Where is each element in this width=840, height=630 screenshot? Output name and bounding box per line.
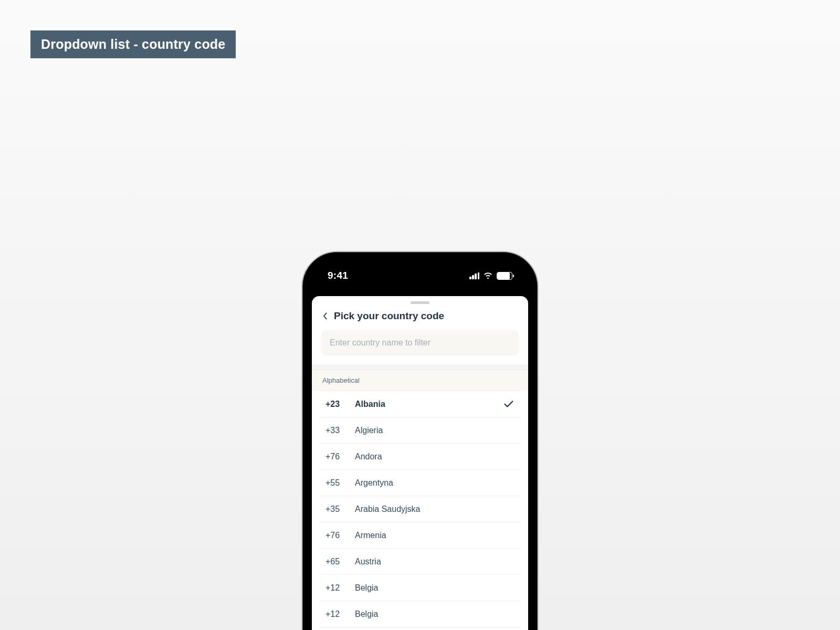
country-row[interactable]: +12Belgia	[319, 601, 521, 627]
country-row[interactable]: +56Białoruś	[319, 627, 521, 630]
country-name: Albania	[355, 400, 503, 409]
country-name: Austria	[355, 557, 514, 566]
country-row[interactable]: +65Austria	[319, 549, 521, 575]
country-row[interactable]: +76Armenia	[319, 522, 521, 549]
phone-screen: 9:41 Pick your country code Alp	[306, 255, 534, 630]
sheet-header: Pick your country code	[312, 304, 528, 325]
country-row[interactable]: +55Argentyna	[319, 470, 521, 496]
country-code: +76	[326, 531, 355, 540]
country-name: Argentyna	[355, 478, 514, 488]
country-code: +33	[326, 426, 355, 435]
country-row[interactable]: +23Albania	[319, 391, 521, 417]
country-row[interactable]: +76Andora	[319, 444, 521, 470]
country-name: Belgia	[355, 583, 514, 593]
check-icon	[503, 398, 514, 410]
country-name: Andora	[355, 452, 514, 461]
search-field[interactable]	[321, 330, 519, 355]
country-name: Algieria	[355, 426, 514, 435]
country-code: +12	[326, 583, 355, 593]
wifi-icon	[483, 271, 493, 280]
country-code: +55	[326, 478, 355, 488]
country-name: Armenia	[355, 531, 514, 540]
country-row[interactable]: +33Algieria	[319, 417, 521, 444]
country-code: +76	[326, 452, 355, 461]
back-icon[interactable]	[321, 312, 329, 320]
country-list: +23Albania+33Algieria+76Andora+55Argenty…	[319, 391, 521, 630]
country-row[interactable]: +12Belgia	[319, 575, 521, 601]
country-row[interactable]: +35Arabia Saudyjska	[319, 496, 521, 522]
country-code: +35	[326, 505, 355, 514]
status-bar: 9:41	[306, 255, 534, 296]
country-code: +23	[326, 400, 355, 409]
signal-icon	[469, 272, 479, 279]
country-name: Belgia	[355, 610, 514, 619]
status-indicators	[469, 271, 512, 280]
phone-frame: 9:41 Pick your country code Alp	[301, 251, 539, 630]
page-title-label: Dropdown list - country code	[30, 30, 236, 58]
sheet-title: Pick your country code	[334, 310, 444, 322]
country-name: Arabia Saudyjska	[355, 505, 514, 514]
section-divider	[312, 365, 528, 370]
status-time: 9:41	[328, 270, 348, 281]
section-label: Alphabetical	[312, 370, 528, 391]
battery-icon	[497, 272, 512, 280]
country-code: +12	[326, 610, 355, 619]
country-code: +65	[326, 557, 355, 566]
dropdown-sheet: Pick your country code Alphabetical +23A…	[312, 296, 528, 630]
search-input[interactable]	[330, 338, 510, 348]
